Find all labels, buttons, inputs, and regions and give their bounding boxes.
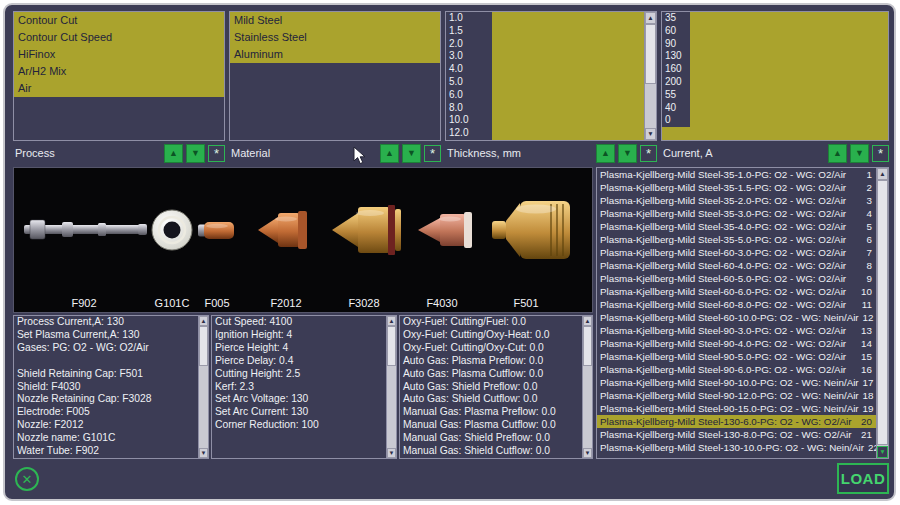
scroll-up-icon[interactable]: ▲ [583, 316, 592, 326]
record-number: 14 [857, 337, 872, 350]
material-list-item[interactable]: Mild Steel [230, 12, 440, 29]
shield-cap-image [492, 201, 570, 259]
current-down-button[interactable]: ▼ [850, 144, 869, 163]
thickness-up-button[interactable]: ▲ [596, 144, 615, 163]
close-button[interactable]: ✕ [15, 467, 39, 491]
record-row[interactable]: Plasma-Kjellberg-Mild Steel-35-2.0-PG: O… [597, 194, 888, 207]
record-row[interactable]: Plasma-Kjellberg-Mild Steel-60-10.0-PG: … [597, 311, 888, 324]
record-row[interactable]: Plasma-Kjellberg-Mild Steel-90-4.0-PG: O… [597, 337, 888, 350]
material-list-item[interactable]: Stainless Steel [230, 29, 440, 46]
scroll-down-icon[interactable]: ▼ [199, 448, 208, 458]
thickness-list-item[interactable]: 3.0 [446, 50, 492, 63]
scrollbar-thumb[interactable] [877, 180, 888, 445]
current-list[interactable]: 35609013016020055400 [661, 11, 889, 141]
current-star-button[interactable]: * [872, 145, 889, 162]
thickness-list-item[interactable]: 1.5 [446, 25, 492, 38]
record-row-selected[interactable]: Plasma-Kjellberg-Mild Steel-130-6.0-PG: … [597, 415, 888, 428]
thickness-list-item[interactable]: 10.0 [446, 114, 492, 127]
thickness-list-item[interactable]: 4.0 [446, 63, 492, 76]
current-column: 35609013016020055400 Current, A ▲ ▼ * [661, 11, 889, 165]
material-up-button[interactable]: ▲ [380, 144, 399, 163]
scroll-down-icon[interactable]: ▼ [877, 446, 888, 458]
record-row[interactable]: Plasma-Kjellberg-Mild Steel-35-5.0-PG: O… [597, 233, 888, 246]
current-list-item[interactable]: 60 [662, 25, 690, 38]
scroll-down-icon[interactable]: ▼ [387, 448, 396, 458]
record-row[interactable]: Plasma-Kjellberg-Mild Steel-90-6.0-PG: O… [597, 363, 888, 376]
process-list-item[interactable]: Contour Cut [14, 12, 224, 29]
record-row[interactable]: Plasma-Kjellberg-Mild Steel-35-4.0-PG: O… [597, 220, 888, 233]
record-text: Plasma-Kjellberg-Mild Steel-60-10.0-PG: … [600, 311, 859, 324]
scroll-down-icon[interactable]: ▼ [583, 448, 592, 458]
current-list-item[interactable]: 55 [662, 89, 690, 102]
record-row[interactable]: Plasma-Kjellberg-Mild Steel-130-10.0-PG:… [597, 441, 888, 454]
material-list-item[interactable]: Aluminum [230, 46, 440, 63]
info-line: Corner Reduction: 100 [212, 419, 396, 432]
material-down-button[interactable]: ▼ [402, 144, 421, 163]
thickness-list-item[interactable]: 1.0 [446, 12, 492, 25]
record-row[interactable]: Plasma-Kjellberg-Mild Steel-60-3.0-PG: O… [597, 246, 888, 259]
record-row[interactable]: Plasma-Kjellberg-Mild Steel-90-10.0-PG: … [597, 376, 888, 389]
record-row[interactable]: Plasma-Kjellberg-Mild Steel-35-1.0-PG: O… [597, 168, 888, 181]
record-row[interactable]: Plasma-Kjellberg-Mild Steel-60-6.0-PG: O… [597, 285, 888, 298]
current-list-item[interactable]: 0 [662, 114, 690, 127]
scroll-up-icon[interactable]: ▲ [387, 316, 396, 326]
thickness-list[interactable]: 1.01.52.03.04.05.06.08.010.012.0 ▲ ▼ [445, 11, 657, 141]
scroll-up-icon[interactable]: ▲ [877, 168, 888, 180]
scrollbar-thumb[interactable] [387, 326, 396, 366]
thickness-list-item[interactable]: 6.0 [446, 89, 492, 102]
current-list-item[interactable]: 90 [662, 38, 690, 51]
scrollbar-thumb[interactable] [199, 326, 208, 366]
thickness-down-button[interactable]: ▼ [618, 144, 637, 163]
scroll-up-icon[interactable]: ▲ [199, 316, 208, 326]
cutchart-record-list[interactable]: Plasma-Kjellberg-Mild Steel-35-1.0-PG: O… [596, 167, 889, 459]
record-text: Plasma-Kjellberg-Mild Steel-90-6.0-PG: O… [600, 363, 846, 376]
scroll-down-icon[interactable]: ▼ [645, 128, 656, 140]
scrollbar-thumb[interactable] [583, 326, 592, 366]
process-star-button[interactable]: * [208, 145, 225, 162]
material-star-button[interactable]: * [424, 145, 441, 162]
thickness-list-item[interactable]: 8.0 [446, 102, 492, 115]
record-row[interactable]: Plasma-Kjellberg-Mild Steel-90-5.0-PG: O… [597, 350, 888, 363]
current-list-item[interactable]: 40 [662, 102, 690, 115]
process-list-item[interactable]: HiFinox [14, 46, 224, 63]
record-row[interactable]: Plasma-Kjellberg-Mild Steel-90-3.0-PG: O… [597, 324, 888, 337]
thickness-star-button[interactable]: * [640, 145, 657, 162]
record-row[interactable]: Plasma-Kjellberg-Mild Steel-60-8.0-PG: O… [597, 298, 888, 311]
process-list-item[interactable]: Air [14, 80, 224, 97]
current-list-item[interactable]: 130 [662, 50, 690, 63]
current-list-item[interactable]: 160 [662, 63, 690, 76]
process-list-item[interactable]: Ar/H2 Mix [14, 63, 224, 80]
thickness-list-item[interactable]: 12.0 [446, 127, 492, 140]
record-row[interactable]: Plasma-Kjellberg-Mild Steel-130-8.0-PG: … [597, 428, 888, 441]
record-row[interactable]: Plasma-Kjellberg-Mild Steel-90-15.0-PG: … [597, 402, 888, 415]
up-arrow-icon: ▲ [601, 148, 610, 158]
current-up-button[interactable]: ▲ [828, 144, 847, 163]
record-row[interactable]: Plasma-Kjellberg-Mild Steel-60-5.0-PG: O… [597, 272, 888, 285]
record-row[interactable]: Plasma-Kjellberg-Mild Steel-60-4.0-PG: O… [597, 259, 888, 272]
current-list-item[interactable]: 35 [662, 12, 690, 25]
process-list-item[interactable]: Contour Cut Speed [14, 29, 224, 46]
load-button[interactable]: LOAD [837, 463, 889, 494]
material-list[interactable]: Mild SteelStainless SteelAluminum [229, 11, 441, 141]
process-up-button[interactable]: ▲ [164, 144, 183, 163]
thickness-scrollbar[interactable]: ▲ ▼ [644, 12, 656, 140]
thickness-list-item[interactable]: 2.0 [446, 38, 492, 51]
consumable-label: F3028 [348, 297, 379, 309]
record-row[interactable]: Plasma-Kjellberg-Mild Steel-35-3.0-PG: O… [597, 207, 888, 220]
thickness-list-item[interactable]: 5.0 [446, 76, 492, 89]
water-tube-image [24, 220, 147, 239]
gas-params-scrollbar[interactable]: ▲ ▼ [582, 316, 592, 458]
star-icon: * [878, 146, 883, 161]
cut-params-scrollbar[interactable]: ▲ ▼ [386, 316, 396, 458]
record-row[interactable]: Plasma-Kjellberg-Mild Steel-90-12.0-PG: … [597, 389, 888, 402]
records-scrollbar[interactable]: ▲ ▼ [876, 168, 888, 458]
process-info-scrollbar[interactable]: ▲ ▼ [198, 316, 208, 458]
scrollbar-thumb[interactable] [645, 24, 656, 84]
record-number: 1 [863, 168, 872, 181]
consumable-label: F4030 [426, 297, 457, 309]
scroll-up-icon[interactable]: ▲ [645, 12, 656, 24]
current-list-item[interactable]: 200 [662, 76, 690, 89]
process-down-button[interactable]: ▼ [186, 144, 205, 163]
process-list[interactable]: Contour CutContour Cut SpeedHiFinoxAr/H2… [13, 11, 225, 141]
record-row[interactable]: Plasma-Kjellberg-Mild Steel-35-1.5-PG: O… [597, 181, 888, 194]
